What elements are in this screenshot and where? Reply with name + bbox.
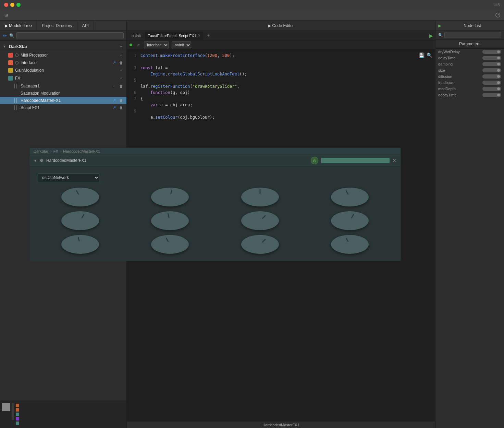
tree-item-label: Saturator1 <box>21 84 109 88</box>
param-row: decayTime <box>435 92 504 98</box>
color-indicator <box>8 53 13 58</box>
list-item[interactable]: Interface ↗ 🗑 <box>0 59 126 66</box>
line-indicator <box>14 84 15 88</box>
code-tab-oninit[interactable]: onInit <box>129 32 144 40</box>
external-link-btn[interactable]: ↗ <box>135 42 141 48</box>
oninit-select[interactable]: onInit <box>172 41 191 48</box>
rotary-knob[interactable] <box>331 188 369 206</box>
list-item[interactable]: Midi Processor ＋ <box>0 51 126 59</box>
knob-wrapper <box>218 211 303 230</box>
history-icon[interactable] <box>495 12 501 18</box>
code-toolbar: ↗ Interface onInit <box>127 40 435 50</box>
list-item[interactable]: HardcodedMasterFX1 ↗ 🗑 <box>0 97 126 104</box>
list-item[interactable]: Saturator1 ＋ 🗑 <box>0 82 126 90</box>
tab-close-icon[interactable]: ✕ <box>198 34 200 37</box>
search-icon[interactable]: 🔍 <box>9 33 14 38</box>
rotary-knob[interactable] <box>151 235 189 254</box>
dsp-network-select[interactable]: dsDspNetwork <box>38 173 99 182</box>
param-label: damping <box>438 62 480 66</box>
param-slider[interactable] <box>482 81 501 85</box>
param-label: delayTime <box>438 56 480 60</box>
delete-btn[interactable]: 🗑 <box>119 60 124 65</box>
save-icon[interactable]: 💾 <box>419 52 425 58</box>
interface-select[interactable]: Interface <box>144 41 169 48</box>
add-btn[interactable]: ＋ <box>111 83 116 89</box>
collapse-icon[interactable]: ▼ <box>34 159 37 163</box>
toolbar: ⊞ <box>0 10 504 21</box>
param-slider[interactable] <box>482 74 501 79</box>
rotary-knob[interactable] <box>151 211 189 230</box>
add-btn[interactable]: ＋ <box>119 75 124 81</box>
right-search-input[interactable] <box>444 32 501 38</box>
knob-tick <box>78 237 80 241</box>
rotary-knob[interactable] <box>331 235 369 254</box>
knob-wrapper <box>127 235 212 254</box>
param-slider[interactable] <box>482 50 501 54</box>
minimize-button[interactable] <box>10 3 14 7</box>
search-input[interactable] <box>16 32 124 39</box>
param-slider[interactable] <box>482 93 501 97</box>
list-item[interactable]: FX ＋ <box>0 74 126 82</box>
tab-module-tree[interactable]: ▶ Module Tree <box>0 21 37 31</box>
play-icon[interactable]: ▶ <box>438 23 441 28</box>
run-button[interactable]: ▶ <box>429 33 433 38</box>
param-slider[interactable] <box>482 62 501 66</box>
power-button[interactable]: ⏻ <box>311 157 318 164</box>
add-root-btn[interactable]: ＋ <box>119 44 124 49</box>
param-slider[interactable] <box>482 87 501 91</box>
param-slider[interactable] <box>482 68 501 72</box>
palette-color[interactable] <box>16 413 19 416</box>
rotary-knob[interactable] <box>61 188 99 206</box>
external-link-icon[interactable]: ↗ <box>112 60 116 65</box>
delete-btn[interactable]: 🗑 <box>119 105 124 110</box>
add-btn[interactable]: ＋ <box>119 67 124 73</box>
palette-item[interactable] <box>2 403 10 411</box>
knob-wrapper <box>307 211 392 230</box>
palette-color[interactable] <box>16 421 19 425</box>
delete-btn[interactable]: 🗑 <box>119 98 124 103</box>
close-panel-icon[interactable]: ✕ <box>392 158 396 163</box>
add-btn[interactable]: ＋ <box>119 52 124 58</box>
tab-project-directory[interactable]: Project Directory <box>37 21 77 31</box>
rotary-knob[interactable] <box>241 188 279 206</box>
knob-tick <box>170 189 173 194</box>
code-tabs: onInit FaustEditorPanel: Script FX1 ✕ ＋ … <box>127 31 435 40</box>
traffic-lights[interactable] <box>4 3 21 7</box>
rotary-knob[interactable] <box>61 211 99 230</box>
panel-toolbar: ✏ 🔍 <box>0 31 126 41</box>
palette-color[interactable] <box>16 417 19 420</box>
param-label: size <box>438 68 480 72</box>
param-label: decayTime <box>438 93 480 97</box>
rotary-knob[interactable] <box>61 235 99 254</box>
breadcrumb-root: DarkStar <box>34 149 48 153</box>
footer-label: HardcodedMasterFX1 <box>262 423 299 427</box>
knob-tick <box>168 213 170 218</box>
palette-color[interactable] <box>16 404 19 407</box>
rotary-knob[interactable] <box>331 211 369 230</box>
pencil-icon[interactable]: ✏ <box>3 33 7 38</box>
knob-tick <box>259 189 260 194</box>
rotary-knob[interactable] <box>241 211 279 230</box>
external-link-icon[interactable]: ↗ <box>112 98 116 103</box>
palette-color[interactable] <box>16 408 19 412</box>
code-tab-faust[interactable]: FaustEditorPanel: Script FX1 ✕ <box>145 32 203 40</box>
circle-indicator <box>15 54 19 57</box>
panel-tabs: ▶ Module Tree Project Directory API <box>0 21 126 31</box>
rotary-knob[interactable] <box>241 235 279 254</box>
knob-tick <box>351 214 354 218</box>
tab-api[interactable]: API <box>77 21 94 31</box>
list-item[interactable]: GainModulation ＋ <box>0 66 126 74</box>
new-window-icon[interactable]: ⊞ <box>3 12 9 18</box>
list-item[interactable]: Script FX1 ↗ 🗑 <box>0 104 126 111</box>
param-slider[interactable] <box>482 56 501 60</box>
bottom-panel: DarkStar > FX > HardcodedMasterFX1 ▼ ⚙ H… <box>29 147 401 261</box>
rotary-knob[interactable] <box>151 188 189 206</box>
param-row: diffusion <box>435 73 504 80</box>
scroll-indicator <box>12 403 14 420</box>
close-button[interactable] <box>4 3 8 7</box>
external-link-icon[interactable]: ↗ <box>112 105 116 110</box>
maximize-button[interactable] <box>16 3 21 7</box>
delete-btn[interactable]: 🗑 <box>119 84 124 88</box>
add-tab-icon[interactable]: ＋ <box>205 33 212 39</box>
search-code-icon[interactable]: 🔍 <box>427 52 432 58</box>
